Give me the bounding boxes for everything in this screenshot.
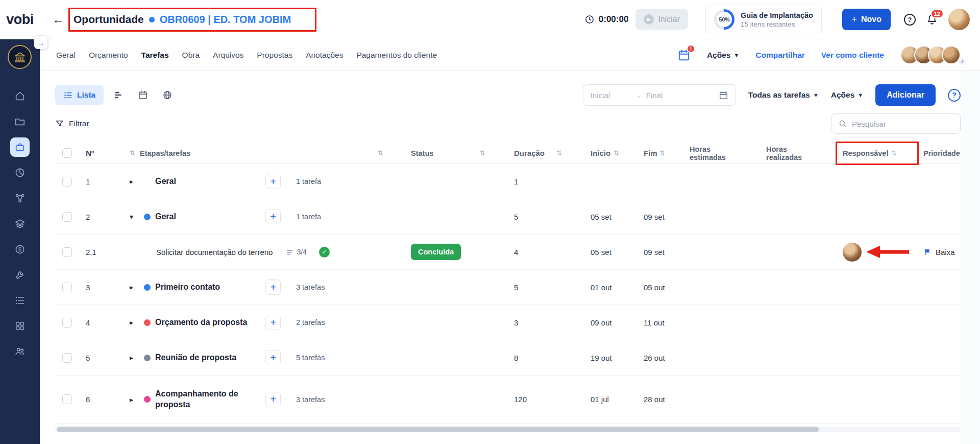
add-task-button[interactable]: + [265, 315, 281, 330]
calendar-alert-button[interactable]: ! [677, 49, 691, 62]
tab-tarefas[interactable]: Tarefas [141, 51, 169, 60]
stage-name[interactable]: Orçamento da proposta [155, 317, 262, 328]
share-link[interactable]: Compartilhar [755, 51, 804, 60]
table-row-stage[interactable]: 4 ▸ Orçamento da proposta + 2 tarefas 3 … [55, 305, 961, 340]
list-view-button[interactable]: Lista [55, 85, 104, 105]
horizontal-scrollbar-thumb[interactable] [57, 427, 819, 432]
tab-geral[interactable]: Geral [56, 51, 76, 60]
tab-propostas[interactable]: Propostas [257, 51, 292, 60]
row-checkbox[interactable] [62, 212, 72, 222]
sidebar-item-crm[interactable] [10, 189, 30, 208]
filter-button[interactable]: Filtrar [55, 119, 89, 128]
date-end-input[interactable] [646, 91, 686, 100]
add-task-button[interactable]: + [265, 279, 281, 295]
horizontal-scrollbar-track[interactable] [55, 427, 961, 432]
add-task-button[interactable]: + [265, 174, 281, 189]
sidebar-item-tasks[interactable] [10, 291, 30, 310]
column-header-status[interactable]: Status⇅ [394, 149, 496, 157]
column-header-number[interactable]: Nº [79, 149, 115, 157]
date-range-field[interactable]: → [583, 84, 736, 106]
user-avatar[interactable] [948, 9, 970, 30]
sort-icon[interactable]: ⇅ [614, 149, 619, 157]
add-task-button[interactable]: + [265, 392, 281, 407]
column-header-assignee[interactable]: Responsável⇅ [822, 149, 904, 157]
tab-orcamento[interactable]: Orçamento [89, 51, 128, 60]
sort-icon[interactable]: ⇅ [556, 149, 562, 157]
toolbar-actions-dropdown[interactable]: Ações▼ [831, 90, 863, 100]
stage-name[interactable]: Acompanhamento de proposta [155, 389, 262, 410]
vobi-logo[interactable]: vobi [0, 12, 40, 28]
row-checkbox[interactable] [62, 394, 72, 404]
date-range-calendar-icon[interactable] [719, 90, 728, 100]
select-all-checkbox[interactable] [62, 148, 72, 158]
gantt-view-button[interactable] [109, 85, 128, 105]
calendar-view-button[interactable] [133, 85, 153, 105]
tasks-filter-dropdown[interactable]: Todas as tarefas▼ [748, 90, 819, 100]
workload-view-button[interactable] [158, 85, 177, 105]
expand-caret-icon[interactable]: ▸ [130, 283, 140, 291]
implementation-guide-card[interactable]: 50% Guia de Implantação 15 itens restant… [705, 5, 822, 34]
new-button[interactable]: + Novo [842, 9, 891, 30]
tab-obra[interactable]: Obra [182, 51, 200, 60]
checklist-progress[interactable]: 3/4 [286, 248, 306, 256]
search-box[interactable] [831, 113, 961, 134]
column-header-stages[interactable]: ⇅ Etapas/tarefas ⇅ [115, 149, 394, 157]
sidebar-item-finance[interactable]: $ [10, 240, 30, 259]
sidebar-item-stock[interactable] [10, 214, 30, 233]
task-name[interactable]: Solicitar documentação do terreno [156, 248, 273, 256]
tab-pagamentos-cliente[interactable]: Pagamentos do cliente [356, 51, 437, 60]
column-header-estimated-hours[interactable]: Horas estimadas [669, 145, 746, 161]
stage-name[interactable]: Primeiro contato [155, 282, 262, 293]
table-row-stage[interactable]: 2 ▾ Geral + 1 tarefa 5 05 set 09 set [55, 199, 961, 235]
table-row-task[interactable]: 2.1 Solicitar documentação do terreno 3/… [55, 235, 961, 270]
table-row-stage[interactable]: 6 ▸ Acompanhamento de proposta + 3 taref… [55, 376, 961, 424]
sidebar-item-projects[interactable] [10, 112, 30, 131]
row-checkbox[interactable] [62, 283, 72, 292]
sort-icon[interactable]: ⇅ [891, 149, 897, 157]
collapse-caret-icon[interactable]: ▾ [130, 213, 140, 221]
row-checkbox[interactable] [62, 318, 72, 328]
assignee-avatar[interactable] [843, 243, 862, 262]
row-checkbox[interactable] [62, 177, 72, 186]
status-badge[interactable]: Concluída [411, 244, 461, 260]
tab-arquivos[interactable]: Arquivos [213, 51, 243, 60]
expand-caret-icon[interactable]: ▸ [130, 395, 140, 404]
sidebar-expand-button[interactable]: → [34, 36, 47, 49]
tab-anotacoes[interactable]: Anotações [306, 51, 343, 60]
tasks-help-icon[interactable]: ? [948, 89, 961, 102]
member-avatar-group[interactable]: + [900, 45, 966, 64]
column-header-end[interactable]: Fim⇅ [623, 149, 669, 157]
search-input[interactable] [852, 120, 954, 128]
sidebar-item-team[interactable] [10, 342, 30, 361]
table-row-stage[interactable]: 3 ▸ Primeiro contato + 3 tarefas 5 01 ou… [55, 270, 961, 305]
column-header-duration[interactable]: Duração⇅ [496, 149, 572, 157]
add-task-button[interactable]: + [265, 350, 281, 365]
reorder-icon[interactable]: ⇅ [130, 149, 140, 157]
add-task-button[interactable]: + [265, 209, 281, 224]
sort-icon[interactable]: ⇅ [378, 149, 383, 157]
back-button[interactable]: ← [52, 12, 64, 27]
add-member-button[interactable]: + [958, 57, 967, 66]
row-checkbox[interactable] [62, 353, 72, 363]
stage-name[interactable]: Geral [155, 212, 262, 222]
table-row-stage[interactable]: 1 ▸ Geral + 1 tarefa 1 [55, 164, 961, 199]
start-timer-button[interactable]: ▶ Iniciar [635, 9, 688, 30]
table-row-stage[interactable]: 5 ▸ Reunião de proposta + 5 tarefas 8 19… [55, 340, 961, 376]
add-button[interactable]: Adicionar [875, 84, 936, 106]
sidebar-item-home[interactable] [10, 86, 30, 106]
notifications-button[interactable]: 12 [926, 13, 938, 26]
sidebar-item-apps[interactable] [10, 316, 30, 336]
breadcrumb-project-link[interactable]: OBR0609 | ED. TOM JOBIM [160, 14, 291, 26]
column-header-worked-hours[interactable]: Horas realizadas [746, 145, 822, 161]
column-header-priority[interactable]: Prioridade [904, 149, 961, 157]
expand-caret-icon[interactable]: ▸ [130, 177, 140, 185]
tab-actions-dropdown[interactable]: Ações▼ [707, 51, 739, 60]
date-start-input[interactable] [591, 91, 630, 100]
org-avatar[interactable] [8, 45, 32, 69]
expand-caret-icon[interactable]: ▸ [130, 354, 140, 362]
help-icon[interactable]: ? [904, 14, 916, 26]
sidebar-item-services[interactable] [10, 265, 30, 285]
sidebar-item-opportunities[interactable] [10, 137, 30, 157]
expand-caret-icon[interactable]: ▸ [130, 318, 140, 326]
priority-label[interactable]: Baixa [936, 248, 955, 256]
